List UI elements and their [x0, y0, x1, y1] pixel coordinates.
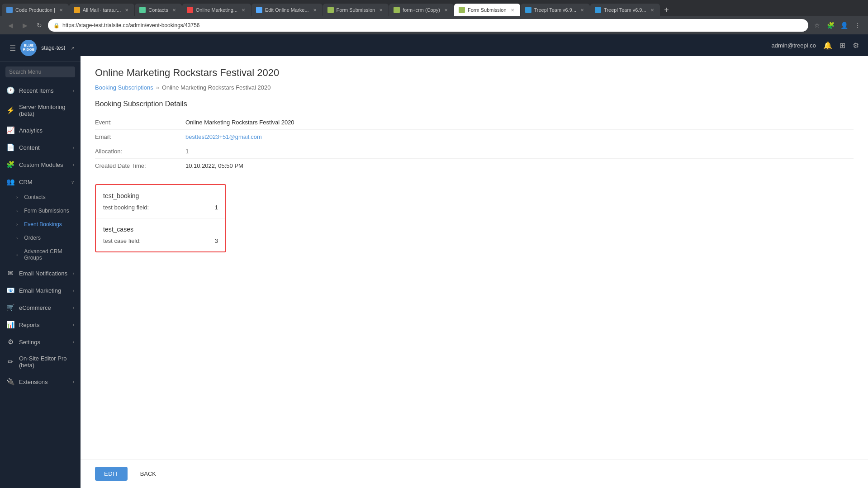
- tab-close[interactable]: ✕: [58, 7, 64, 13]
- sidebar-item-reports[interactable]: 📊 Reports ›: [0, 316, 81, 333]
- tab-close[interactable]: ✕: [123, 7, 130, 13]
- chevron-right-icon: ›: [73, 322, 74, 327]
- search-input[interactable]: [5, 66, 75, 77]
- menu-icon[interactable]: ⋮: [852, 19, 863, 31]
- main-content: admin@treepl.co 🔔 ⊞ ⚙ Online Marketing R…: [81, 34, 868, 488]
- sidebar-label: Email Marketing: [19, 287, 61, 294]
- sidebar-label: On-Site Editor Pro (beta): [19, 355, 74, 369]
- subitem-label: Contacts: [24, 194, 45, 200]
- sidebar-item-analytics[interactable]: 📈 Analytics: [0, 122, 81, 139]
- sidebar-item-on-site-editor[interactable]: ✏ On-Site Editor Pro (beta): [0, 351, 81, 373]
- sidebar-label: Analytics: [19, 127, 43, 134]
- tab-treepl2[interactable]: Treepl Team v6.9... ✕: [590, 4, 660, 16]
- subitem-label: Event Bookings: [24, 221, 62, 227]
- breadcrumb: Booking Subscriptions » Online Marketing…: [95, 84, 854, 91]
- forward-button[interactable]: ▶: [19, 19, 31, 31]
- tab-close[interactable]: ✕: [509, 7, 516, 13]
- sidebar-subitem-form-submissions[interactable]: › Form Submissions: [0, 204, 81, 218]
- reload-button[interactable]: ↻: [33, 19, 45, 31]
- sidebar-item-extensions[interactable]: 🔌 Extensions ›: [0, 373, 81, 390]
- nav-bar: ◀ ▶ ↻ 🔒 https://stage-test.trialsite.co/…: [0, 16, 868, 34]
- address-text: https://stage-test.trialsite.co/admin/ev…: [62, 22, 200, 28]
- subitem-label: Orders: [24, 235, 41, 241]
- tab-edit[interactable]: Edit Online Marke... ✕: [251, 4, 323, 16]
- sidebar-item-custom-modules[interactable]: 🧩 Custom Modules ›: [0, 156, 81, 173]
- sidebar-subitem-contacts[interactable]: › Contacts: [0, 190, 81, 204]
- tab-form2[interactable]: Form Submission ✕: [454, 4, 520, 16]
- action-bar: EDIT BACK: [81, 459, 868, 488]
- tab-close[interactable]: ✕: [378, 7, 384, 13]
- sidebar-subitem-advanced-crm[interactable]: › Advanced CRM Groups: [0, 245, 81, 265]
- subitem-label: Advanced CRM Groups: [24, 248, 74, 261]
- tab-close[interactable]: ✕: [240, 7, 247, 13]
- tab-form1[interactable]: Form Submission ✕: [323, 4, 389, 16]
- external-link-icon[interactable]: ↗: [71, 46, 74, 51]
- tab-treepl1[interactable]: Treepl Team v6.9... ✕: [521, 4, 590, 16]
- chevron-right-icon: ›: [73, 340, 74, 345]
- details-row-created: Created Date Time: 10.10.2022, 05:50 PM: [95, 159, 854, 173]
- breadcrumb-current: Online Marketing Rockstars Festival 2020: [162, 84, 271, 91]
- tab-close[interactable]: ✕: [649, 7, 655, 13]
- tab-close[interactable]: ✕: [443, 7, 449, 13]
- tab-formcrm[interactable]: form+crm (Copy) ✕: [389, 4, 454, 16]
- browser-chrome: Code Production | ✕ All Mail · taras.r..…: [0, 0, 868, 34]
- sidebar-item-content[interactable]: 📄 Content ›: [0, 139, 81, 156]
- address-bar[interactable]: 🔒 https://stage-test.trialsite.co/admin/…: [48, 19, 808, 32]
- sidebar-subitem-event-bookings[interactable]: › Event Bookings: [0, 218, 81, 231]
- tab-label: Edit Online Marke...: [265, 7, 309, 13]
- tab-close[interactable]: ✕: [171, 7, 177, 13]
- top-header: admin@treepl.co 🔔 ⊞ ⚙: [81, 34, 868, 56]
- sidebar-item-email-notifications[interactable]: ✉ Email Notifications ›: [0, 265, 81, 282]
- menu-toggle-icon[interactable]: ☰: [9, 44, 16, 52]
- crm-field-value: 1: [215, 204, 218, 211]
- details-row-email: Email: besttest2023+51@gmail.com: [95, 130, 854, 144]
- sidebar-item-email-marketing[interactable]: 📧 Email Marketing ›: [0, 282, 81, 299]
- sidebar-item-settings[interactable]: ⚙ Settings ›: [0, 333, 81, 351]
- ecommerce-icon: 🛒: [6, 303, 14, 312]
- email-link[interactable]: besttest2023+51@gmail.com: [185, 133, 262, 140]
- back-button[interactable]: ◀: [5, 19, 16, 31]
- content-area: Online Marketing Rockstars Festival 2020…: [81, 56, 868, 459]
- details-row-allocation: Allocation: 1: [95, 144, 854, 159]
- extensions-icon[interactable]: 🧩: [825, 19, 836, 31]
- edit-button[interactable]: EDIT: [95, 467, 128, 481]
- tab-close[interactable]: ✕: [312, 7, 318, 13]
- tab-code[interactable]: Code Production | ✕: [2, 4, 69, 16]
- gear-icon[interactable]: ⚙: [853, 41, 859, 50]
- notification-icon[interactable]: 🔔: [823, 41, 832, 50]
- analytics-icon: 📈: [6, 126, 14, 134]
- chevron-right-icon: ›: [73, 288, 74, 293]
- email-notif-icon: ✉: [6, 269, 14, 277]
- tab-label: All Mail · taras.r...: [83, 7, 121, 13]
- chevron-right-icon: ›: [73, 379, 74, 384]
- sidebar-item-server-monitoring[interactable]: ⚡ Server Monitoring (beta): [0, 99, 81, 122]
- search-box: [0, 62, 81, 82]
- admin-email: admin@treepl.co: [772, 42, 816, 49]
- reports-icon: 📊: [6, 321, 14, 329]
- profile-icon[interactable]: 👤: [838, 19, 850, 31]
- chevron-right-icon: ›: [73, 271, 74, 276]
- field-value: 10.10.2022, 05:50 PM: [185, 162, 243, 169]
- sidebar-subitem-orders[interactable]: › Orders: [0, 231, 81, 245]
- sidebar-item-crm[interactable]: 👥 CRM ∨: [0, 173, 81, 190]
- tab-contacts[interactable]: Contacts ✕: [135, 4, 181, 16]
- chevron-right-icon: ›: [73, 145, 74, 150]
- breadcrumb-link[interactable]: Booking Subscriptions: [95, 84, 153, 91]
- sidebar-label: eCommerce: [19, 304, 51, 311]
- section-title: Booking Subscription Details: [95, 100, 854, 108]
- back-button[interactable]: BACK: [133, 467, 163, 481]
- tab-favicon: [394, 7, 400, 13]
- sidebar-header: ☰ BLUERIDGE stage-test ↗: [0, 34, 81, 62]
- sidebar-label: Server Monitoring (beta): [19, 104, 74, 117]
- sidebar-item-recent-items[interactable]: 🕐 Recent Items ›: [0, 82, 81, 99]
- breadcrumb-separator: »: [156, 84, 159, 91]
- new-tab-button[interactable]: +: [660, 4, 673, 16]
- chevron-right-icon: ›: [16, 236, 18, 241]
- tab-close[interactable]: ✕: [579, 7, 585, 13]
- tab-online[interactable]: Online Marketing... ✕: [182, 4, 251, 16]
- bookmark-icon[interactable]: ☆: [811, 19, 823, 31]
- sidebar-item-ecommerce[interactable]: 🛒 eCommerce ›: [0, 299, 81, 316]
- grid-icon[interactable]: ⊞: [840, 41, 845, 50]
- site-name: stage-test: [41, 45, 65, 51]
- tab-mail[interactable]: All Mail · taras.r... ✕: [69, 4, 134, 16]
